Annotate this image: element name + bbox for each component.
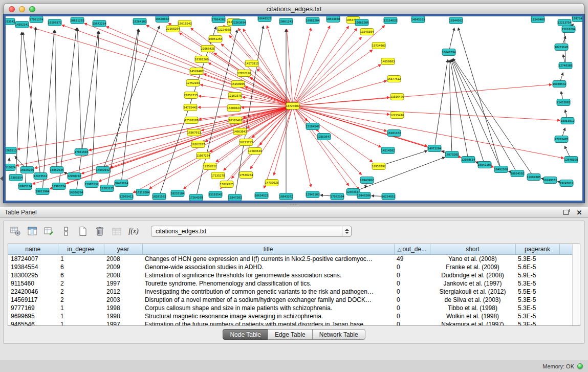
graph-node[interactable]: 15052536 (50, 167, 64, 173)
graph-edge[interactable] (35, 106, 293, 168)
graph-node[interactable]: 12694305 (527, 174, 541, 181)
column-header-in_degree[interactable]: in_degree (58, 244, 104, 254)
graph-node[interactable]: 14592942 (96, 167, 110, 173)
graph-edge[interactable] (243, 29, 293, 106)
table-cell[interactable]: 6 (58, 263, 104, 271)
graph-node[interactable]: 10196372 (48, 19, 62, 26)
graph-node[interactable]: 19245012 (560, 180, 574, 187)
table-cell[interactable]: de Silva et al. (2003) (430, 296, 515, 304)
graph-node[interactable]: 12958742 (68, 173, 81, 180)
graph-node[interactable]: 17852196 (237, 70, 251, 77)
graph-node[interactable]: 15610294 (562, 26, 576, 33)
graph-node[interactable]: 18309354 (9, 174, 24, 181)
graph-edge[interactable] (32, 106, 293, 184)
table-cell[interactable]: 6 (58, 271, 104, 279)
graph-node[interactable]: 17135278 (211, 172, 226, 179)
graph-node[interactable]: 16981204 (306, 17, 320, 24)
graph-node[interactable]: 13200824 (227, 105, 242, 112)
graph-node[interactable]: 17562304 (331, 193, 345, 200)
graph-node[interactable]: 14514502 (381, 147, 395, 154)
graph-edge[interactable] (25, 27, 36, 186)
graph-node[interactable]: 20463814 (115, 180, 129, 187)
table-cell[interactable]: 2012 (104, 288, 142, 296)
graph-node[interactable]: 18201563 (153, 193, 166, 200)
graph-node[interactable]: 19734903 (372, 42, 386, 49)
graph-node[interactable]: 18679205 (445, 151, 459, 158)
graph-edge[interactable] (293, 106, 373, 162)
graph-node[interactable]: 20260513 (6, 147, 16, 154)
graph-node[interactable]: 16206204 (70, 189, 84, 196)
graph-edge[interactable] (293, 26, 349, 106)
table-cell[interactable]: 22420046 (8, 288, 58, 296)
table-cell[interactable]: 5.3E-5 (515, 254, 559, 263)
graph-edge[interactable] (293, 106, 359, 189)
table-cell[interactable]: Tibbo et al. (1998) (430, 304, 515, 312)
graph-edge[interactable] (449, 28, 454, 52)
graph-node[interactable]: 16377612 (387, 76, 401, 82)
table-row[interactable]: 946554611997Estimation of the future num… (8, 320, 574, 326)
graph-edge[interactable] (274, 106, 293, 176)
table-cell[interactable]: Genome-wide association studies in ADHD. (142, 263, 394, 271)
graph-node[interactable]: 18843262 (279, 193, 293, 200)
graph-edge[interactable] (16, 32, 21, 178)
table-cell[interactable]: Investigating the contribution of common… (142, 288, 394, 296)
table-row[interactable]: 1938455462009Genome-wide association stu… (8, 263, 574, 271)
network-table-select[interactable]: citations_edges.txt (151, 226, 352, 237)
table-cell[interactable]: 5.3E-5 (515, 304, 559, 312)
table-cell[interactable]: 0 (394, 288, 430, 296)
row-height-icon[interactable] (59, 225, 73, 238)
graph-edge[interactable] (450, 60, 468, 160)
table-cell[interactable]: 2 (58, 288, 104, 296)
graph-edge[interactable] (353, 157, 445, 192)
graph-node[interactable]: 12359512 (203, 163, 217, 170)
table-cell[interactable]: Disruption of a novel member of a sodium… (142, 296, 394, 304)
graph-node[interactable]: 16930542 (553, 81, 567, 87)
graph-edge[interactable] (264, 106, 293, 188)
graph-node[interactable]: 18264103 (133, 18, 147, 25)
table-cell[interactable]: Estimation of significance thresholds fo… (142, 271, 394, 279)
tab-node-table[interactable]: Node Table (223, 329, 268, 340)
graph-edge[interactable] (77, 28, 81, 152)
graph-node[interactable]: 17081603 (75, 149, 89, 156)
collapse-panel-arrow-icon[interactable] (0, 176, 3, 181)
graph-node[interactable]: 16905174 (18, 183, 33, 190)
graph-node[interactable]: 14850083 (381, 58, 395, 65)
graph-node[interactable]: 14845103 (411, 16, 425, 23)
table-cell[interactable]: 0 (394, 263, 430, 271)
graph-node[interactable]: 11548304 (360, 29, 375, 35)
memory-status-orb-icon[interactable] (577, 363, 583, 369)
graph-node[interactable]: 15953812 (561, 118, 575, 124)
tab-network-table[interactable]: Network Table (312, 329, 365, 340)
table-cell[interactable]: 1 (58, 312, 104, 320)
graph-edge[interactable] (159, 27, 216, 196)
graph-node[interactable]: 18273645 (555, 44, 569, 51)
graph-edge[interactable] (451, 59, 485, 165)
graph-node[interactable]: 12748305 (559, 62, 573, 69)
graph-edge[interactable] (293, 106, 349, 186)
graph-node[interactable]: 15824525 (220, 181, 234, 188)
table-cell[interactable]: Dudbridge et al. (2008) (430, 271, 515, 279)
graph-node[interactable]: 12752103 (186, 80, 200, 86)
graph-node[interactable]: 11847203 (228, 194, 242, 201)
table-cell[interactable]: 5.5E-5 (515, 288, 559, 296)
graph-node[interactable]: 16973462 (572, 16, 582, 22)
table-cell[interactable]: 0 (394, 312, 430, 320)
graph-node[interactable]: 14573915 (245, 60, 259, 67)
graph-node[interactable]: 16520832 (156, 16, 169, 23)
table-cell[interactable]: 14569117 (8, 296, 58, 304)
graph-node[interactable]: 18613048 (326, 16, 341, 23)
graph-node[interactable]: 20631293 (71, 17, 84, 24)
table-row[interactable]: 1456911722003Disruption of a novel membe… (8, 296, 574, 304)
graph-node[interactable]: 16842103 (478, 162, 492, 168)
float-panel-icon[interactable] (562, 209, 570, 216)
graph-edge[interactable] (293, 26, 330, 106)
table-cell[interactable]: 5.3E-5 (515, 312, 559, 320)
table-cell[interactable]: Estimation of the future numbers of pati… (142, 320, 394, 326)
table-cell[interactable]: 1 (58, 254, 104, 263)
table-cell[interactable]: 0 (394, 296, 430, 304)
graph-edge[interactable] (59, 28, 76, 186)
graph-node[interactable]: 18381261 (195, 56, 209, 63)
table-row[interactable]: 969969511998Structural magnetic resonanc… (8, 312, 574, 320)
table-cell[interactable]: 2003 (104, 296, 142, 304)
create-column-icon[interactable] (42, 225, 56, 238)
